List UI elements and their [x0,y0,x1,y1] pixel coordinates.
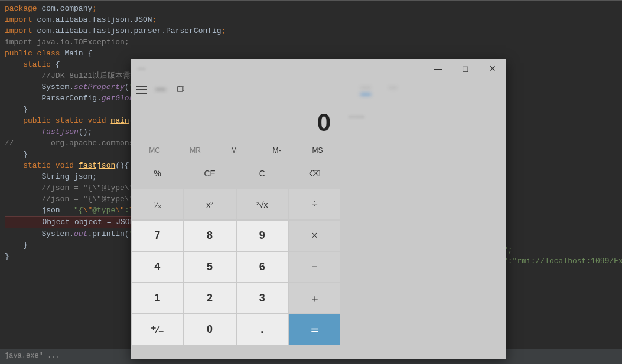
mem-mc[interactable]: MC [134,146,175,155]
btn-inverse[interactable]: ¹⁄ₓ [132,189,183,219]
maximize-button[interactable]: ◻ [452,59,479,78]
mem-mr[interactable]: MR [175,146,216,155]
calc-titlebar[interactable]: ···· — ◻ ✕ [131,59,506,78]
btn-7[interactable]: 7 [132,221,183,251]
btn-subtract[interactable]: − [289,252,340,282]
calc-display-value: 0 [317,109,331,136]
btn-backspace[interactable]: ⌫ [289,158,340,188]
calc-modebar: ···· [131,78,341,101]
code-line[interactable]: import com.alibaba.fastjson.JSON; [5,14,617,25]
calc-tab-memory[interactable]: ···· [389,83,397,95]
btn-6[interactable]: 6 [237,252,288,282]
btn-add[interactable]: ＋ [289,283,340,313]
calc-title: ···· [138,64,145,73]
btn-equals[interactable]: ＝ [289,314,340,345]
calc-tab-history[interactable]: ····· [360,83,371,95]
btn-9[interactable]: 9 [237,221,288,251]
btn-divide[interactable]: ÷ [289,189,340,219]
calc-right-tabs: ····· ···· [360,83,499,95]
btn-3[interactable]: 3 [237,283,288,313]
btn-4[interactable]: 4 [132,252,183,282]
svg-rect-0 [178,86,183,91]
mem-mminus[interactable]: M- [256,146,297,155]
calc-display: 0 [131,101,341,142]
code-fragment: ":"rmi://localhost:1099/Expl [503,257,622,265]
btn-square[interactable]: x² [184,189,236,219]
btn-2[interactable]: 2 [184,283,236,313]
btn-0[interactable]: 0 [184,314,236,345]
btn-1[interactable]: 1 [132,283,183,313]
calculator-window: ···· — ◻ ✕ ···· 0 MC MR M+ M- MS [131,59,506,359]
btn-decimal[interactable]: . [237,314,288,345]
code-line[interactable]: public class Main { [5,48,617,59]
pin-icon[interactable] [177,85,185,95]
calc-mode-label: ···· [155,84,166,95]
minimize-button[interactable]: — [425,59,452,78]
code-line[interactable]: import com.alibaba.fastjson.parser.Parse… [5,25,617,37]
btn-negate[interactable]: ⁺⁄₋ [132,314,183,345]
hamburger-icon[interactable] [136,86,147,94]
btn-percent[interactable]: % [132,158,183,188]
close-button[interactable]: ✕ [479,59,506,78]
calc-memory-row: MC MR M+ M- MS [131,142,341,158]
code-line[interactable]: Object object = JSON.p [5,216,144,228]
btn-ce[interactable]: CE [184,158,236,188]
calc-history-empty: ······· [349,112,499,121]
calc-keypad: % CE C ⌫ ¹⁄ₓ x² ²√x ÷ 7 8 9 × 4 5 6 − 1 … [131,158,341,346]
btn-5[interactable]: 5 [184,252,236,282]
code-line[interactable]: package com.company; [5,3,617,14]
status-text: java.exe" ... [5,352,60,360]
mem-mplus[interactable]: M+ [216,146,256,155]
btn-multiply[interactable]: × [289,221,340,251]
code-line[interactable]: import java.io.IOException; [5,37,617,48]
btn-c[interactable]: C [237,158,288,188]
btn-sqrt[interactable]: ²√x [237,189,288,219]
btn-8[interactable]: 8 [184,221,236,251]
mem-ms[interactable]: MS [297,146,338,155]
